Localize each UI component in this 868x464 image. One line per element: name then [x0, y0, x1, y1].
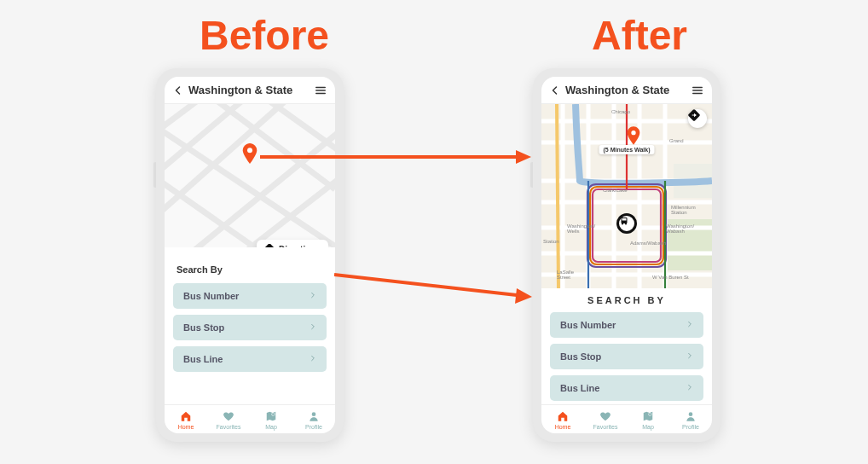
- search-by-label: SEARCH BY: [541, 288, 712, 309]
- header-title: Washington & State: [188, 84, 310, 96]
- chevron-right-icon: [310, 291, 316, 301]
- app-header: Washington & State: [541, 77, 712, 104]
- directions-icon: [264, 244, 275, 247]
- svg-point-31: [625, 223, 627, 225]
- menu-icon[interactable]: [315, 84, 327, 96]
- nav-label: Profile: [305, 424, 322, 430]
- option-label: Bus Number: [560, 320, 616, 330]
- nav-label: Profile: [682, 424, 699, 430]
- back-icon[interactable]: [550, 85, 560, 96]
- nav-home[interactable]: Home: [165, 410, 207, 430]
- map-nav-icon: [265, 410, 277, 422]
- option-label: Bus Line: [183, 354, 223, 364]
- svg-rect-2: [264, 244, 275, 247]
- map-detailed[interactable]: (5 Minutes Walk) Chicago Grand Clark/Lak…: [541, 104, 712, 288]
- option-label: Bus Line: [560, 383, 599, 393]
- search-by-label: Search By: [165, 247, 335, 280]
- map-text: Washington/ Wells: [567, 223, 595, 234]
- heading-before: Before: [200, 12, 329, 59]
- option-label: Bus Stop: [560, 351, 601, 362]
- map-text: Adams/Wabash: [630, 241, 666, 246]
- option-bus-stop[interactable]: Bus Stop: [550, 344, 703, 369]
- heart-icon: [599, 410, 611, 422]
- nav-label: Map: [642, 424, 654, 430]
- map-text: Clark/Lake: [603, 188, 628, 193]
- map-pin-icon: [242, 143, 258, 167]
- back-icon[interactable]: [173, 85, 183, 96]
- svg-point-26: [631, 130, 635, 135]
- nav-map[interactable]: Map: [627, 410, 669, 430]
- option-label: Bus Stop: [183, 322, 224, 333]
- walk-time-chip: (5 Minutes Walk): [599, 145, 655, 154]
- map-text: LaSalle Street: [557, 270, 574, 280]
- map-text: Millennium Station: [671, 205, 696, 215]
- option-label: Bus Number: [183, 291, 239, 301]
- svg-point-1: [247, 148, 252, 153]
- bottom-nav: Home Favorites Map Profile: [165, 404, 335, 433]
- home-icon: [180, 410, 192, 422]
- bus-stop-marker: [616, 213, 637, 234]
- chevron-right-icon: [310, 354, 316, 364]
- nav-profile[interactable]: Profile: [669, 410, 712, 430]
- nav-profile[interactable]: Profile: [292, 410, 335, 430]
- chevron-right-icon: [686, 383, 693, 393]
- directions-label: Directions: [279, 245, 321, 248]
- heading-after: After: [592, 12, 687, 59]
- nav-favorites[interactable]: Favorites: [584, 410, 627, 430]
- nav-label: Home: [555, 424, 571, 430]
- svg-marker-37: [515, 288, 532, 304]
- svg-point-32: [649, 413, 652, 416]
- map-nav-icon: [642, 410, 654, 422]
- bus-icon: [619, 216, 629, 226]
- svg-rect-29: [622, 218, 627, 221]
- svg-point-33: [689, 412, 693, 416]
- svg-point-3: [272, 413, 275, 416]
- home-icon: [557, 410, 569, 422]
- nav-home[interactable]: Home: [541, 410, 584, 430]
- nav-label: Home: [178, 424, 194, 430]
- screen-before: Washington & State Directions: [165, 77, 335, 433]
- arrow-search: [334, 271, 532, 305]
- svg-point-4: [312, 412, 316, 416]
- nav-label: Favorites: [593, 424, 618, 430]
- heart-icon: [223, 410, 234, 422]
- directions-round-button[interactable]: [688, 109, 707, 128]
- option-bus-number[interactable]: Bus Number: [550, 312, 703, 338]
- chevron-right-icon: [310, 322, 316, 333]
- map-text: W Van Buren St: [652, 275, 689, 280]
- map-text: Grand: [669, 138, 684, 143]
- nav-label: Favorites: [217, 424, 241, 430]
- chevron-right-icon: [686, 320, 693, 330]
- svg-line-36: [334, 275, 517, 295]
- map-text: Chicago: [611, 109, 630, 114]
- nav-favorites[interactable]: Favorites: [207, 410, 250, 430]
- option-bus-number[interactable]: Bus Number: [173, 283, 327, 309]
- nav-label: Map: [265, 424, 277, 430]
- profile-icon: [685, 410, 697, 422]
- chevron-right-icon: [686, 351, 693, 362]
- nav-map[interactable]: Map: [250, 410, 292, 430]
- menu-icon[interactable]: [692, 84, 703, 96]
- app-header: Washington & State: [165, 77, 335, 104]
- map-text: Washington/ Wabash: [666, 223, 694, 234]
- svg-marker-35: [516, 150, 531, 164]
- directions-button[interactable]: Directions: [257, 240, 328, 247]
- map-placeholder[interactable]: Directions: [165, 104, 335, 247]
- profile-icon: [308, 410, 320, 422]
- directions-icon: [688, 109, 700, 121]
- svg-point-30: [622, 223, 623, 225]
- phone-after: Washington & State: [533, 68, 720, 442]
- header-title: Washington & State: [565, 84, 686, 96]
- screen-after: Washington & State: [541, 77, 712, 433]
- map-text: Station: [543, 239, 559, 244]
- option-bus-line[interactable]: Bus Line: [550, 375, 703, 401]
- phone-before: Washington & State Directions: [156, 68, 344, 442]
- bottom-nav: Home Favorites Map Profile: [541, 404, 712, 433]
- option-bus-line[interactable]: Bus Line: [173, 346, 327, 372]
- option-bus-stop[interactable]: Bus Stop: [173, 315, 327, 340]
